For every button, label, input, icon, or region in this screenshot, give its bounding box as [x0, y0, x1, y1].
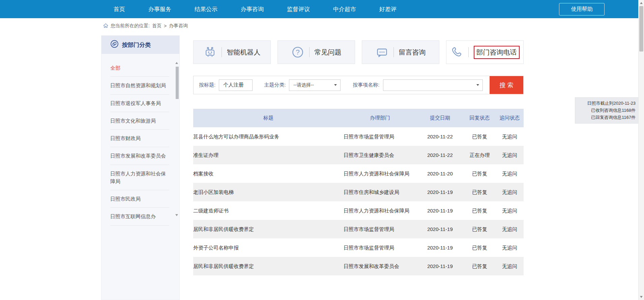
nav-item[interactable]: 首页 — [114, 5, 125, 13]
sidebar-item[interactable]: 全部 — [110, 59, 169, 77]
sidebar-scrollbar-thumb[interactable] — [176, 67, 179, 99]
tab-phone[interactable]: 部门咨询电话 — [446, 40, 524, 64]
sidebar-scroll-down-arrow[interactable] — [175, 214, 178, 216]
item-filter-label: 按事项名称: — [353, 82, 379, 88]
table-row[interactable]: 居民和非居民供暖收费界定日照市市场监督管理局2020-11-19已答复无追问 — [193, 220, 524, 238]
question-icon: ? — [291, 46, 304, 59]
stats-line: 已回复咨询信息1167件 — [578, 114, 636, 121]
department-cell: 日照市人力资源和社会保障局 — [344, 201, 416, 220]
consultation-title-link[interactable]: 莒县什么地方可以办理商品条形码业务 — [193, 127, 344, 146]
search-button[interactable]: 搜 索 — [490, 76, 523, 94]
message-icon — [376, 46, 388, 59]
nav-item[interactable]: 结果公示 — [195, 5, 217, 13]
consultation-title-link[interactable]: 二级建造师证书 — [193, 201, 344, 220]
table-row[interactable]: 居民和非居民供暖收费界定日照市发展和改革委员会2020-11-19已答复无追问 — [193, 257, 524, 275]
reply-status-cell: 已答复 — [464, 183, 496, 201]
department-cell: 日照市人力资源和社会保障局 — [344, 164, 416, 183]
nav-item[interactable]: 好差评 — [379, 5, 397, 13]
tab-message[interactable]: 留言咨询 — [362, 40, 439, 64]
consultation-title-link[interactable]: 老旧小区加装电梯 — [193, 183, 344, 201]
page-scrollbar-thumb[interactable] — [639, 6, 643, 52]
table-row[interactable]: 莒县什么地方可以办理商品条形码业务日照市市场监督管理局2020-11-22已答复… — [193, 127, 524, 146]
department-cell: 日照市市场监督管理局 — [344, 220, 416, 238]
table-row[interactable]: 二级建造师证书日照市人力资源和社会保障局2020-11-19已答复无追问 — [193, 201, 524, 220]
page-scrollbar[interactable] — [638, 0, 644, 300]
breadcrumb: 您当前所在的位置: 首页 > 办事咨询 — [103, 23, 188, 29]
channel-tabs: 智能机器人?常见问题留言咨询部门咨询电话 — [193, 40, 524, 64]
table-row[interactable]: 老旧小区加装电梯日照市住房和城乡建设局2020-11-19已答复无追问 — [193, 183, 524, 201]
table-row[interactable]: 准生证办理日照市卫生健康委员会2020-11-22正在办理无追问 — [193, 146, 524, 164]
stats-line: 日照市截止到2020-11-23 — [578, 100, 636, 107]
sidebar-item[interactable]: 日照市互联网信息办 — [110, 208, 169, 225]
column-header: 提交日期 — [416, 109, 464, 127]
main-content: 智能机器人?常见问题留言咨询部门咨询电话 按标题: 主题分类: --请选择-- … — [193, 40, 524, 275]
breadcrumb-prefix: 您当前所在的位置: — [111, 23, 150, 29]
nav-item[interactable]: 监督评议 — [287, 5, 310, 13]
breadcrumb-separator: > — [164, 23, 167, 29]
followup-status-cell: 无追问 — [496, 146, 524, 164]
followup-status-cell: 无追问 — [496, 257, 524, 275]
search-bar: 按标题: 主题分类: --请选择-- 按事项名称: 搜 索 — [193, 76, 524, 94]
sidebar-scroll-up-arrow[interactable] — [175, 62, 178, 64]
nav-item[interactable]: 办事咨询 — [241, 5, 264, 13]
table-row[interactable]: 外资子公司名称申报日照市市场监督管理局2020-11-19已答复无追问 — [193, 238, 524, 257]
sidebar-item[interactable]: 日照市财政局 — [110, 130, 169, 147]
date-cell: 2020-11-19 — [416, 257, 464, 275]
scroll-up-arrow-icon[interactable] — [640, 2, 643, 4]
followup-status-cell: 无追问 — [496, 127, 524, 146]
title-filter-label: 按标题: — [199, 82, 215, 88]
sidebar-item[interactable]: 日照市发展和改革委员会 — [110, 147, 169, 165]
stats-line: 已收到咨询信息1168件 — [578, 107, 636, 114]
department-list: 全部日照市自然资源和规划局日照市退役军人事务局日照市文化和旅游局日照市财政局日照… — [110, 59, 169, 226]
consultation-title-link[interactable]: 居民和非居民供暖收费界定 — [193, 220, 344, 238]
reply-status-cell: 已答复 — [464, 238, 496, 257]
consultation-title-link[interactable]: 准生证办理 — [193, 146, 344, 164]
title-filter-input[interactable] — [219, 79, 253, 91]
category-select[interactable]: --请选择-- — [289, 79, 341, 91]
scroll-down-arrow-icon[interactable] — [640, 296, 643, 298]
consultation-title-link[interactable]: 外资子公司名称申报 — [193, 238, 344, 257]
sidebar-item[interactable]: 日照市自然资源和规划局 — [110, 77, 169, 94]
column-header: 办理部门 — [344, 109, 416, 127]
followup-status-cell: 无追问 — [496, 238, 524, 257]
chevron-down-icon — [334, 84, 337, 86]
item-name-select[interactable] — [383, 79, 483, 91]
stats-notice: 日照市截止到2020-11-23已收到咨询信息1168件已回复咨询信息1167件 — [575, 97, 639, 124]
consultation-table: 标题办理部门提交日期回复状态追问状态 莒县什么地方可以办理商品条形码业务日照市市… — [193, 109, 524, 275]
tab-question[interactable]: ?常见问题 — [277, 40, 355, 64]
followup-status-cell: 无追问 — [496, 220, 524, 238]
reply-status-cell: 已答复 — [464, 164, 496, 183]
sidebar-header: 按部门分类 — [101, 36, 179, 54]
help-button[interactable]: 使用帮助 — [559, 3, 605, 15]
home-icon — [103, 23, 108, 28]
tab-label: 部门咨询电话 — [474, 46, 520, 59]
reply-status-cell: 正在办理 — [464, 146, 496, 164]
category-icon — [110, 40, 119, 50]
consultation-title-link[interactable]: 档案接收 — [193, 164, 344, 183]
sidebar-item[interactable]: 日照市民政局 — [110, 190, 169, 208]
breadcrumb-current[interactable]: 办事咨询 — [169, 23, 188, 29]
sidebar-item[interactable]: 日照市文化和旅游局 — [110, 112, 169, 130]
department-cell: 日照市发展和改革委员会 — [344, 257, 416, 275]
date-cell: 2020-11-22 — [416, 146, 464, 164]
department-cell: 日照市住房和城乡建设局 — [344, 183, 416, 201]
consultation-title-link[interactable]: 居民和非居民供暖收费界定 — [193, 257, 344, 275]
divider — [468, 47, 469, 57]
department-cell: 日照市市场监督管理局 — [344, 238, 416, 257]
chevron-down-icon — [476, 84, 479, 86]
reply-status-cell: 已答复 — [464, 257, 496, 275]
table-row[interactable]: 档案接收日照市人力资源和社会保障局2020-11-20已答复无追问 — [193, 164, 524, 183]
sidebar-item[interactable]: 日照市退役军人事务局 — [110, 95, 169, 112]
nav-item[interactable]: 办事服务 — [148, 5, 171, 13]
followup-status-cell: 无追问 — [496, 201, 524, 220]
reply-status-cell: 已答复 — [464, 220, 496, 238]
date-cell: 2020-11-19 — [416, 220, 464, 238]
date-cell: 2020-11-22 — [416, 127, 464, 146]
date-cell: 2020-11-19 — [416, 183, 464, 201]
tab-robot[interactable]: 智能机器人 — [193, 40, 271, 64]
breadcrumb-home-link[interactable]: 首页 — [152, 23, 162, 29]
column-header: 标题 — [193, 109, 344, 127]
nav-item[interactable]: 中介超市 — [333, 5, 356, 13]
sidebar-item[interactable]: 日照市人力资源和社会保障局 — [110, 165, 169, 191]
tab-label: 智能机器人 — [227, 48, 261, 57]
